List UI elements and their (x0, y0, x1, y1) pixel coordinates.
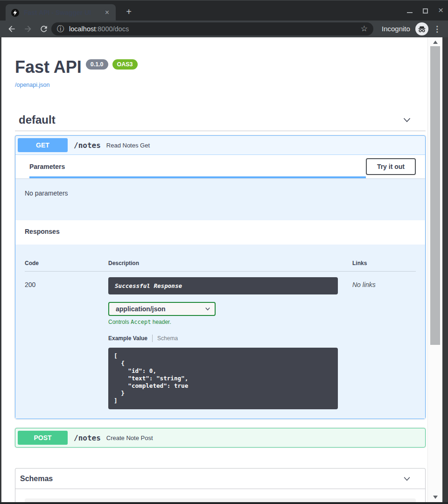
responses-body: Code Description Links 200 Successful Re… (15, 245, 425, 419)
openapi-spec-link[interactable]: /openapi.json (15, 82, 49, 88)
api-title: Fast API (15, 59, 82, 76)
get-method-badge: GET (18, 138, 68, 152)
reload-icon[interactable] (39, 24, 49, 34)
example-schema-tabs: Example Value Schema (108, 335, 352, 342)
url-host: localhost (69, 25, 96, 33)
parameters-header: Parameters Try it out (15, 155, 425, 178)
accept-code: Accept (131, 319, 151, 325)
version-badge: 0.1.0 (86, 59, 108, 70)
response-links: No links (352, 277, 416, 288)
incognito-icon (415, 22, 428, 35)
schemas-section: Schemas Note (15, 468, 426, 504)
forward-icon[interactable] (23, 24, 33, 34)
back-icon[interactable] (7, 24, 16, 34)
get-description: Read Notes Get (106, 142, 150, 149)
no-parameters-text: No parameters (15, 178, 425, 220)
post-summary[interactable]: POST /notes Create Note Post (15, 428, 425, 447)
responses-title: Responses (15, 220, 425, 245)
opblock-post-notes: POST /notes Create Note Post (15, 428, 426, 448)
incognito-label: Incognito (382, 25, 410, 33)
browser-toolbar: ⓘ localhost:8000/docs ☆ Incognito ⋮ (0, 21, 448, 37)
schemas-title: Schemas (20, 475, 53, 483)
get-summary[interactable]: GET /notes Read Notes Get (15, 136, 425, 155)
bookmark-star-icon[interactable]: ☆ (361, 25, 368, 33)
description-column-header: Description (108, 260, 352, 266)
post-method-badge: POST (18, 431, 68, 445)
tab-close-icon[interactable]: × (102, 8, 112, 17)
tab-separator (152, 335, 153, 342)
window-left-edge (0, 37, 1, 502)
code-column-header: Code (25, 260, 108, 266)
responses-table-header: Code Description Links (25, 260, 416, 272)
accept-header-hint: Controls Accept header. (108, 319, 352, 325)
address-bar[interactable]: ⓘ localhost:8000/docs ☆ (51, 22, 373, 35)
chevron-down-icon[interactable] (402, 115, 412, 125)
url-text[interactable]: localhost:8000/docs (69, 25, 129, 33)
page-info-icon[interactable]: ⓘ (57, 25, 64, 33)
schemas-header[interactable]: Schemas (15, 469, 425, 489)
get-path: /notes (74, 141, 101, 150)
window-close-button[interactable]: × (438, 7, 443, 14)
new-tab-button[interactable]: + (123, 7, 134, 16)
browser-tab[interactable]: Fast API - Swagger UI × (6, 4, 116, 21)
tab-schema[interactable]: Schema (157, 335, 178, 342)
example-json-block: [ { "id": 0, "text": "string", "complete… (108, 348, 338, 409)
media-type-control: application/json (108, 302, 216, 316)
tab-strip: Fast API - Swagger UI × + × (0, 0, 448, 21)
minimize-button[interactable] (407, 8, 413, 14)
oas3-badge: OAS3 (112, 59, 138, 70)
response-description: Successful Response (108, 277, 338, 294)
scrollbar-up-arrow-icon[interactable] (433, 41, 438, 44)
tab-parameters[interactable]: Parameters (29, 155, 366, 178)
scrollbar-thumb[interactable] (430, 46, 440, 345)
maximize-button[interactable] (423, 8, 428, 14)
window-right-edge (442, 37, 448, 502)
browser-window: Fast API - Swagger UI × + × ⓘ localhost:… (0, 0, 448, 504)
tag-section-header[interactable]: default (15, 109, 426, 131)
window-controls: × (407, 0, 443, 21)
page-viewport: Fast API 0.1.0 OAS3 /openapi.json defaul… (0, 37, 448, 504)
opblock-get-notes: GET /notes Read Notes Get Parameters Try… (15, 135, 426, 419)
page-scrollbar[interactable] (427, 37, 442, 502)
browser-menu-icon[interactable]: ⋮ (433, 24, 441, 34)
schemas-chevron-down-icon[interactable] (403, 475, 411, 483)
window-bottom-edge (0, 502, 448, 504)
fastapi-favicon-icon (11, 9, 19, 17)
media-type-select[interactable]: application/json (108, 302, 216, 316)
links-column-header: Links (352, 260, 416, 266)
scrollbar-down-arrow-icon[interactable] (433, 496, 438, 499)
tag-name: default (19, 113, 56, 126)
try-it-out-button[interactable]: Try it out (366, 158, 416, 175)
post-path: /notes (74, 434, 101, 442)
response-row-200: 200 Successful Response application/json (25, 277, 416, 409)
url-path: :8000/docs (96, 25, 129, 33)
response-code: 200 (25, 277, 108, 288)
page-title-row: Fast API 0.1.0 OAS3 (15, 59, 426, 76)
post-description: Create Note Post (106, 434, 153, 441)
swagger-content: Fast API 0.1.0 OAS3 /openapi.json defaul… (15, 37, 426, 504)
response-description-cell: Successful Response application/json Con… (108, 277, 352, 409)
tab-example-value[interactable]: Example Value (108, 335, 147, 342)
